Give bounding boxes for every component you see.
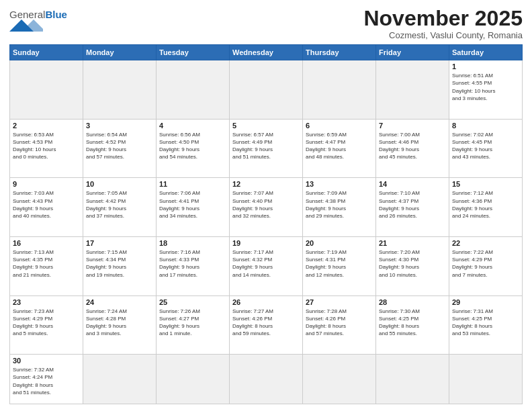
table-row: 21Sunrise: 7:20 AM Sunset: 4:30 PM Dayli…	[376, 236, 449, 295]
table-row: 15Sunrise: 7:12 AM Sunset: 4:36 PM Dayli…	[449, 178, 523, 237]
day-number: 3	[86, 122, 153, 130]
logo-blue: Blue	[45, 9, 67, 20]
day-number: 30	[13, 357, 80, 365]
day-info: Sunrise: 7:20 AM Sunset: 4:30 PM Dayligh…	[379, 248, 446, 279]
table-row	[157, 355, 230, 404]
day-info: Sunrise: 7:03 AM Sunset: 4:43 PM Dayligh…	[13, 189, 80, 220]
day-info: Sunrise: 7:30 AM Sunset: 4:25 PM Dayligh…	[379, 308, 446, 338]
table-row: 22Sunrise: 7:22 AM Sunset: 4:29 PM Dayli…	[449, 236, 523, 295]
day-number: 7	[379, 122, 446, 130]
table-row: 3Sunrise: 6:54 AM Sunset: 4:52 PM Daylig…	[83, 119, 157, 178]
table-row: 6Sunrise: 6:59 AM Sunset: 4:47 PM Daylig…	[303, 119, 376, 178]
table-row: 17Sunrise: 7:15 AM Sunset: 4:34 PM Dayli…	[83, 236, 157, 295]
day-number: 12	[232, 180, 300, 188]
day-info: Sunrise: 7:00 AM Sunset: 4:46 PM Dayligh…	[379, 131, 446, 161]
logo-general: General	[9, 9, 45, 20]
day-info: Sunrise: 7:27 AM Sunset: 4:26 PM Dayligh…	[232, 308, 300, 338]
calendar-week-row: 1Sunrise: 6:51 AM Sunset: 4:55 PM Daylig…	[10, 60, 523, 120]
calendar-week-row: 16Sunrise: 7:13 AM Sunset: 4:35 PM Dayli…	[10, 236, 523, 295]
calendar-table: Sunday Monday Tuesday Wednesday Thursday…	[9, 44, 523, 404]
day-info: Sunrise: 7:06 AM Sunset: 4:41 PM Dayligh…	[159, 189, 226, 220]
day-info: Sunrise: 7:22 AM Sunset: 4:29 PM Dayligh…	[452, 248, 519, 279]
table-row: 27Sunrise: 7:28 AM Sunset: 4:26 PM Dayli…	[303, 295, 376, 355]
table-row: 7Sunrise: 7:00 AM Sunset: 4:46 PM Daylig…	[376, 119, 449, 178]
day-info: Sunrise: 6:54 AM Sunset: 4:52 PM Dayligh…	[86, 131, 153, 161]
day-info: Sunrise: 7:32 AM Sunset: 4:24 PM Dayligh…	[13, 366, 80, 396]
col-wednesday: Wednesday	[230, 45, 303, 60]
col-sunday: Sunday	[10, 45, 83, 60]
table-row	[83, 60, 157, 120]
table-row: 14Sunrise: 7:10 AM Sunset: 4:37 PM Dayli…	[376, 178, 449, 237]
table-row: 25Sunrise: 7:26 AM Sunset: 4:27 PM Dayli…	[157, 295, 230, 355]
table-row: 12Sunrise: 7:07 AM Sunset: 4:40 PM Dayli…	[230, 178, 303, 237]
table-row	[157, 60, 230, 120]
day-number: 24	[86, 298, 153, 306]
day-number: 17	[86, 239, 153, 247]
day-number: 28	[379, 298, 446, 306]
day-info: Sunrise: 7:31 AM Sunset: 4:25 PM Dayligh…	[452, 308, 519, 338]
table-row	[376, 60, 449, 120]
day-info: Sunrise: 7:17 AM Sunset: 4:32 PM Dayligh…	[232, 248, 300, 279]
table-row: 23Sunrise: 7:23 AM Sunset: 4:29 PM Dayli…	[10, 295, 83, 355]
day-info: Sunrise: 7:07 AM Sunset: 4:40 PM Dayligh…	[232, 189, 300, 220]
day-number: 21	[379, 239, 446, 247]
table-row	[449, 355, 523, 404]
day-number: 23	[13, 298, 80, 306]
day-number: 5	[232, 122, 300, 130]
table-row	[303, 60, 376, 120]
day-info: Sunrise: 7:09 AM Sunset: 4:38 PM Dayligh…	[306, 189, 373, 220]
table-row: 16Sunrise: 7:13 AM Sunset: 4:35 PM Dayli…	[10, 236, 83, 295]
day-number: 22	[452, 239, 519, 247]
table-row: 11Sunrise: 7:06 AM Sunset: 4:41 PM Dayli…	[157, 178, 230, 237]
day-number: 19	[232, 239, 300, 247]
day-number: 27	[306, 298, 373, 306]
table-row: 20Sunrise: 7:19 AM Sunset: 4:31 PM Dayli…	[303, 236, 376, 295]
day-number: 29	[452, 298, 519, 306]
day-info: Sunrise: 7:23 AM Sunset: 4:29 PM Dayligh…	[13, 308, 80, 338]
table-row: 8Sunrise: 7:02 AM Sunset: 4:45 PM Daylig…	[449, 119, 523, 178]
location: Cozmesti, Vaslui County, Romania	[363, 30, 523, 40]
table-row	[303, 355, 376, 404]
day-number: 10	[86, 180, 153, 188]
day-info: Sunrise: 6:53 AM Sunset: 4:53 PM Dayligh…	[13, 131, 80, 161]
day-number: 11	[159, 180, 226, 188]
day-info: Sunrise: 6:56 AM Sunset: 4:50 PM Dayligh…	[159, 131, 226, 161]
table-row: 24Sunrise: 7:24 AM Sunset: 4:28 PM Dayli…	[83, 295, 157, 355]
table-row: 1Sunrise: 6:51 AM Sunset: 4:55 PM Daylig…	[449, 60, 523, 120]
table-row: 28Sunrise: 7:30 AM Sunset: 4:25 PM Dayli…	[376, 295, 449, 355]
page: GeneralBlue November 2025 Cozmesti, Vasl…	[0, 0, 532, 411]
day-number: 2	[13, 122, 80, 130]
day-info: Sunrise: 7:13 AM Sunset: 4:35 PM Dayligh…	[13, 248, 80, 279]
table-row	[230, 60, 303, 120]
table-row	[230, 355, 303, 404]
col-tuesday: Tuesday	[157, 45, 230, 60]
day-number: 14	[379, 180, 446, 188]
col-thursday: Thursday	[303, 45, 376, 60]
table-row: 5Sunrise: 6:57 AM Sunset: 4:49 PM Daylig…	[230, 119, 303, 178]
table-row: 26Sunrise: 7:27 AM Sunset: 4:26 PM Dayli…	[230, 295, 303, 355]
table-row: 19Sunrise: 7:17 AM Sunset: 4:32 PM Dayli…	[230, 236, 303, 295]
day-info: Sunrise: 7:26 AM Sunset: 4:27 PM Dayligh…	[159, 308, 226, 338]
day-info: Sunrise: 7:19 AM Sunset: 4:31 PM Dayligh…	[306, 248, 373, 279]
day-number: 26	[232, 298, 300, 306]
calendar-week-row: 2Sunrise: 6:53 AM Sunset: 4:53 PM Daylig…	[10, 119, 523, 178]
day-info: Sunrise: 7:28 AM Sunset: 4:26 PM Dayligh…	[306, 308, 373, 338]
calendar-week-row: 9Sunrise: 7:03 AM Sunset: 4:43 PM Daylig…	[10, 178, 523, 237]
day-info: Sunrise: 7:05 AM Sunset: 4:42 PM Dayligh…	[86, 189, 153, 220]
day-number: 16	[13, 239, 80, 247]
day-info: Sunrise: 7:10 AM Sunset: 4:37 PM Dayligh…	[379, 189, 446, 220]
day-info: Sunrise: 6:57 AM Sunset: 4:49 PM Dayligh…	[232, 131, 300, 161]
day-number: 18	[159, 239, 226, 247]
logo-icon	[9, 19, 43, 32]
table-row	[376, 355, 449, 404]
title-block: November 2025 Cozmesti, Vaslui County, R…	[363, 7, 523, 40]
table-row: 10Sunrise: 7:05 AM Sunset: 4:42 PM Dayli…	[83, 178, 157, 237]
day-number: 20	[306, 239, 373, 247]
calendar-week-row: 30Sunrise: 7:32 AM Sunset: 4:24 PM Dayli…	[10, 355, 523, 404]
day-info: Sunrise: 7:15 AM Sunset: 4:34 PM Dayligh…	[86, 248, 153, 279]
logo: GeneralBlue	[9, 9, 67, 34]
calendar-header-row: Sunday Monday Tuesday Wednesday Thursday…	[10, 45, 523, 60]
day-number: 4	[159, 122, 226, 130]
day-info: Sunrise: 7:16 AM Sunset: 4:33 PM Dayligh…	[159, 248, 226, 279]
col-saturday: Saturday	[449, 45, 523, 60]
